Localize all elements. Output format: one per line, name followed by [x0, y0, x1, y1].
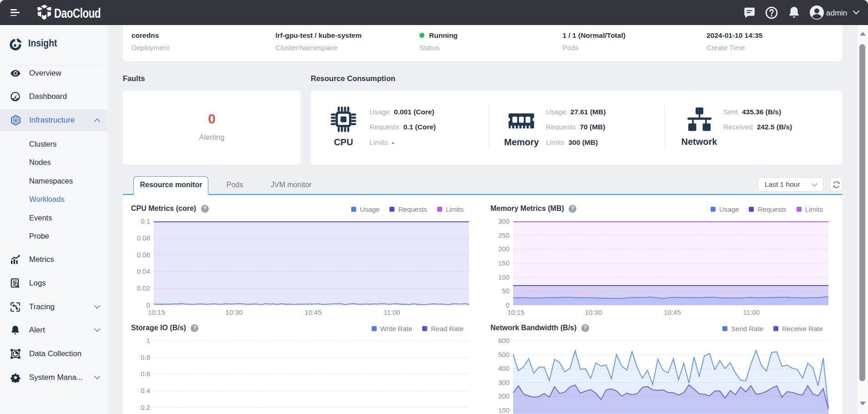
- svg-text:200: 200: [498, 245, 510, 253]
- svg-text:400: 400: [498, 364, 510, 372]
- svg-text:10:30: 10:30: [585, 308, 602, 316]
- svg-text:0.08: 0.08: [137, 234, 150, 242]
- svg-text:250: 250: [498, 231, 510, 239]
- svg-text:11:00: 11:00: [743, 308, 759, 316]
- svg-text:300: 300: [498, 217, 510, 225]
- svg-text:500: 500: [498, 351, 510, 358]
- svg-text:300: 300: [498, 378, 510, 386]
- svg-text:100: 100: [498, 406, 510, 414]
- svg-text:0.6: 0.6: [141, 370, 150, 378]
- svg-text:1: 1: [146, 337, 150, 344]
- svg-text:150: 150: [498, 259, 510, 267]
- svg-text:0.04: 0.04: [137, 267, 150, 275]
- svg-text:0.2: 0.2: [141, 404, 150, 411]
- svg-text:10:15: 10:15: [507, 308, 525, 316]
- svg-text:11:00: 11:00: [384, 308, 400, 316]
- svg-text:50: 50: [502, 287, 510, 295]
- svg-text:10:30: 10:30: [226, 308, 243, 316]
- svg-text:0.1: 0.1: [141, 217, 150, 225]
- svg-text:10:45: 10:45: [664, 308, 681, 316]
- svg-text:0.06: 0.06: [137, 251, 150, 259]
- svg-text:0: 0: [146, 301, 150, 309]
- svg-text:100: 100: [498, 273, 510, 281]
- svg-text:600: 600: [498, 337, 510, 344]
- svg-text:10:15: 10:15: [148, 308, 165, 316]
- svg-text:0.4: 0.4: [141, 387, 150, 394]
- svg-text:10:45: 10:45: [304, 308, 322, 316]
- svg-text:0.8: 0.8: [141, 353, 150, 361]
- svg-text:0: 0: [506, 301, 510, 309]
- svg-text:0.02: 0.02: [137, 284, 150, 292]
- svg-text:200: 200: [498, 392, 510, 400]
